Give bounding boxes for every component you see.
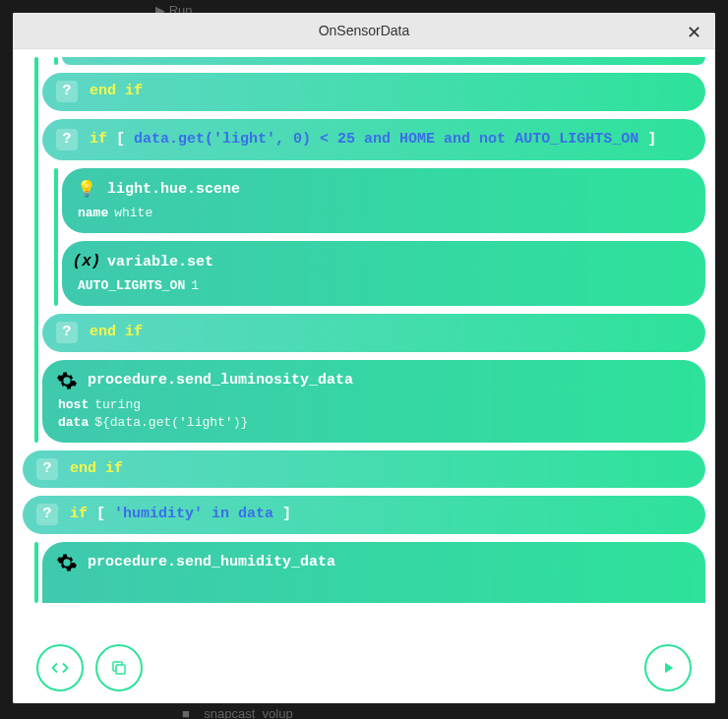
bg-snap-label: ■ snapcast_volup xyxy=(182,706,293,719)
block-proc-luminosity[interactable]: procedure.send_luminosity_data hostturin… xyxy=(42,360,705,443)
lightbulb-icon: 💡 xyxy=(76,178,97,200)
block-hue-scene[interactable]: 💡 light.hue.scene namewhite xyxy=(62,168,705,233)
block-proc-humidity[interactable]: procedure.send_humidity_data xyxy=(42,542,705,603)
block-end-if-1[interactable]: ? end if xyxy=(42,73,705,111)
condition-icon: ? xyxy=(56,322,78,343)
modal-dialog: OnSensorData ✕ ? end if ? if [ xyxy=(13,13,715,703)
condition-icon: ? xyxy=(36,458,58,480)
block-variable-set[interactable]: (x) variable.set AUTO_LIGHTS_ON1 xyxy=(62,241,705,306)
gear-icon xyxy=(56,552,78,573)
block-end-if-3[interactable]: ? end if xyxy=(23,450,705,489)
play-button[interactable] xyxy=(644,644,692,691)
block-partial-top xyxy=(62,57,705,65)
gear-icon xyxy=(56,370,78,391)
modal-title: OnSensorData xyxy=(13,23,715,38)
modal-content[interactable]: ? end if ? if [ data.get('light', 0) < 2… xyxy=(13,49,715,703)
fab-row xyxy=(13,632,715,703)
variable-icon: (x) xyxy=(76,251,97,272)
close-button[interactable]: ✕ xyxy=(682,21,705,44)
block-end-if-2[interactable]: ? end if xyxy=(42,314,705,352)
condition-icon: ? xyxy=(56,81,78,102)
code-button[interactable] xyxy=(36,644,84,691)
condition-icon: ? xyxy=(56,129,78,150)
copy-button[interactable] xyxy=(95,644,143,691)
svg-rect-0 xyxy=(116,665,125,674)
condition-icon: ? xyxy=(36,504,58,525)
block-if-humidity[interactable]: ? if [ 'humidity' in data ] xyxy=(23,496,705,534)
modal-header: OnSensorData ✕ xyxy=(13,13,715,49)
block-if-light[interactable]: ? if [ data.get('light', 0) < 25 and HOM… xyxy=(42,119,705,161)
